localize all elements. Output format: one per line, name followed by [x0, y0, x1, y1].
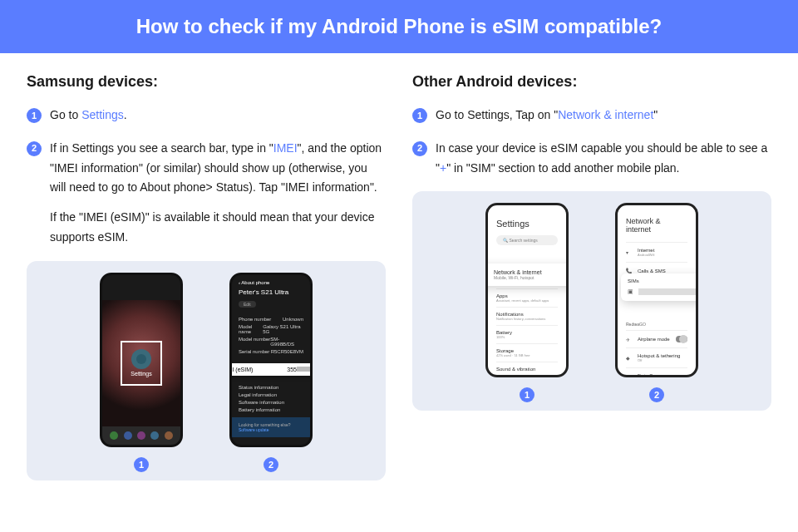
thumb-number: 2 — [649, 387, 664, 402]
page-header: How to check if my Android Phone is eSIM… — [0, 0, 798, 53]
phone-mock-samsung-home: Settings — [100, 273, 183, 447]
datasaver-icon: ○ — [626, 376, 633, 378]
back-label: ‹ About phone — [239, 280, 303, 285]
gallery-item-2: ‹ About phone Peter's S21 Ultra Edit Pho… — [229, 273, 313, 472]
hotspot-icon: ◆ — [626, 355, 633, 361]
settings-icon-highlight: Settings — [121, 341, 162, 386]
step-text: If in Settings you see a search bar, typ… — [50, 139, 386, 248]
plus-link[interactable]: + — [440, 161, 446, 175]
other-step-1: 1 Go to Settings, Tap on "Network & inte… — [412, 106, 771, 126]
samsung-step-1: 1 Go to Settings. — [27, 106, 386, 126]
calls-icon: 📞 — [626, 268, 633, 273]
toggle-icon — [676, 336, 687, 342]
network-internet-link[interactable]: Network & internet — [558, 108, 653, 121]
sims-callout: SIMs ▣ + — [621, 273, 698, 301]
network-internet-callout: ◇ Network & internet Mobile, Wi-Fi, hots… — [485, 264, 569, 286]
dock — [102, 426, 180, 445]
gallery-item-2: Network & internet ▾InternetAndroidWifi … — [615, 203, 698, 402]
page-title: How to check if my Android Phone is eSIM… — [136, 15, 663, 37]
phone-mock-network: Network & internet ▾InternetAndroidWifi … — [615, 203, 698, 377]
step-extra-text: If the "IMEI (eSIM)" is available it sho… — [50, 208, 386, 248]
samsung-gallery: Settings 1 ‹ About phone Peter's S21 Ult… — [27, 261, 386, 480]
wifi-icon: ▾ — [626, 249, 633, 255]
step-text: In case your device is eSIM capable you … — [436, 139, 771, 179]
content: Samsung devices: 1 Go to Settings. 2 If … — [0, 53, 798, 480]
step-number: 2 — [412, 141, 427, 156]
thumb-number: 1 — [520, 387, 534, 402]
step-number: 2 — [27, 141, 42, 156]
step-text: Go to Settings, Tap on "Network & intern… — [436, 106, 771, 126]
sim-icon: ▣ — [628, 288, 633, 295]
step-text: Go to Settings. — [50, 106, 386, 126]
sim-name-blur — [638, 288, 698, 295]
imei-link[interactable]: IMEI — [273, 141, 298, 155]
other-column: Other Android devices: 1 Go to Settings,… — [412, 73, 771, 480]
imei-esim-highlight: IMEI (eSIM) 355 — [229, 363, 313, 376]
samsung-heading: Samsung devices: — [27, 73, 386, 91]
other-gallery: Settings 🔍 Search settings ◇ Network & i… — [412, 191, 771, 411]
samsung-step-2: 2 If in Settings you see a search bar, t… — [27, 139, 386, 248]
phone-mock-about-phone: ‹ About phone Peter's S21 Ultra Edit Pho… — [229, 273, 313, 447]
step-number: 1 — [27, 108, 42, 123]
airplane-icon: ✈ — [626, 337, 633, 342]
other-heading: Other Android devices: — [412, 73, 771, 91]
thumb-number: 2 — [264, 457, 278, 472]
other-step-2: 2 In case your device is eSIM capable yo… — [412, 139, 771, 179]
gallery-item-1: Settings 1 — [100, 273, 183, 472]
samsung-column: Samsung devices: 1 Go to Settings. 2 If … — [27, 73, 386, 480]
settings-link[interactable]: Settings — [81, 108, 124, 121]
step-number: 1 — [412, 108, 427, 123]
thumb-number: 1 — [134, 457, 149, 472]
gear-icon — [131, 349, 151, 369]
wifi-icon: ◇ — [485, 271, 487, 279]
search-bar: 🔍 Search settings — [496, 235, 558, 245]
gallery-item-1: Settings 🔍 Search settings ◇ Network & i… — [485, 203, 569, 402]
phone-mock-settings: Settings 🔍 Search settings ◇ Network & i… — [485, 203, 569, 377]
